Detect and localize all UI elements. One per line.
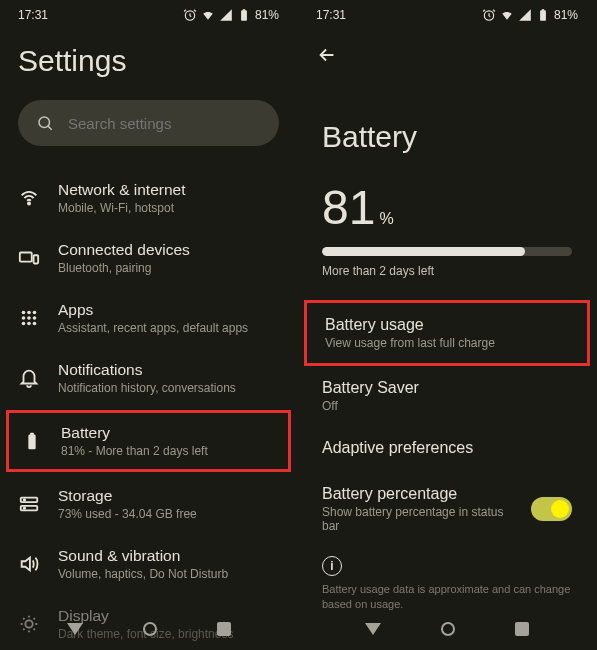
devices-icon [18, 247, 40, 269]
battery-pct-symbol: % [379, 210, 393, 228]
svg-rect-2 [243, 9, 245, 11]
signal-icon [518, 8, 532, 22]
svg-rect-25 [542, 9, 544, 11]
setting-item-notifications[interactable]: NotificationsNotification history, conve… [0, 348, 297, 408]
storage-icon [18, 493, 40, 515]
svg-point-12 [33, 316, 37, 320]
nav-back-icon[interactable] [365, 623, 381, 635]
search-icon [36, 114, 54, 132]
battery-status-icon [536, 8, 550, 22]
toggle-switch[interactable] [531, 497, 572, 521]
setting-subtitle: Volume, haptics, Do Not Disturb [58, 567, 279, 581]
svg-rect-17 [30, 433, 34, 436]
battery-status-icon [237, 8, 251, 22]
battery-screen: 17:31 81% Battery 81 % More than 2 days … [298, 0, 596, 650]
sound-icon [18, 553, 40, 575]
search-input[interactable] [68, 115, 261, 132]
back-arrow-icon[interactable] [316, 44, 338, 66]
nav-back-icon[interactable] [67, 623, 83, 635]
svg-point-13 [22, 322, 26, 326]
apps-icon [18, 307, 40, 329]
battery-options-list: Battery usageView usage from last full c… [298, 300, 596, 546]
nav-home-icon[interactable] [441, 622, 455, 636]
option-title: Battery Saver [322, 379, 419, 397]
search-settings[interactable] [18, 100, 279, 146]
setting-subtitle: Mobile, Wi-Fi, hotspot [58, 201, 279, 215]
setting-subtitle: Notification history, conversations [58, 381, 279, 395]
option-battery-percentage[interactable]: Battery percentageShow battery percentag… [298, 472, 596, 546]
nav-bar [298, 614, 596, 644]
svg-point-15 [33, 322, 37, 326]
option-adaptive-preferences[interactable]: Adaptive preferences [298, 426, 596, 472]
setting-title: Battery [61, 424, 276, 442]
battery-title: Battery [298, 80, 596, 180]
nav-recents-icon[interactable] [217, 622, 231, 636]
setting-subtitle: Assistant, recent apps, default apps [58, 321, 279, 335]
svg-rect-24 [540, 10, 546, 20]
nav-home-icon[interactable] [143, 622, 157, 636]
setting-title: Notifications [58, 361, 279, 379]
alarm-icon [183, 8, 197, 22]
setting-subtitle: 73% used - 34.04 GB free [58, 507, 279, 521]
svg-rect-6 [34, 255, 39, 263]
setting-item-battery[interactable]: Battery81% - More than 2 days left [6, 410, 291, 472]
option-battery-usage[interactable]: Battery usageView usage from last full c… [304, 300, 590, 366]
svg-point-8 [27, 311, 31, 315]
battery-pct-number: 81 [322, 180, 375, 235]
setting-item-apps[interactable]: AppsAssistant, recent apps, default apps [0, 288, 297, 348]
svg-point-9 [33, 311, 37, 315]
status-battery-pct: 81% [255, 8, 279, 22]
battery-icon [21, 430, 43, 452]
svg-point-20 [24, 499, 25, 500]
wifi-icon [201, 8, 215, 22]
setting-title: Network & internet [58, 181, 279, 199]
setting-item-network-internet[interactable]: Network & internetMobile, Wi-Fi, hotspot [0, 168, 297, 228]
status-battery-pct: 81% [554, 8, 578, 22]
battery-bar-label: More than 2 days left [322, 264, 572, 278]
svg-point-10 [22, 316, 26, 320]
nav-recents-icon[interactable] [515, 622, 529, 636]
option-subtitle: Show battery percentage in status bar [322, 505, 517, 533]
status-time: 17:31 [316, 8, 346, 22]
signal-icon [219, 8, 233, 22]
status-time: 17:31 [18, 8, 48, 22]
setting-item-storage[interactable]: Storage73% used - 34.04 GB free [0, 474, 297, 534]
svg-point-21 [24, 507, 25, 508]
status-icons: 81% [482, 8, 578, 22]
setting-item-connected-devices[interactable]: Connected devicesBluetooth, pairing [0, 228, 297, 288]
setting-title: Sound & vibration [58, 547, 279, 565]
settings-list: Network & internetMobile, Wi-Fi, hotspot… [0, 168, 297, 650]
setting-title: Apps [58, 301, 279, 319]
svg-rect-5 [20, 253, 32, 262]
alarm-icon [482, 8, 496, 22]
wifi-icon [500, 8, 514, 22]
svg-point-11 [27, 316, 31, 320]
option-title: Battery usage [325, 316, 495, 334]
svg-point-4 [28, 202, 30, 204]
status-icons: 81% [183, 8, 279, 22]
setting-subtitle: 81% - More than 2 days left [61, 444, 276, 458]
wifi-icon [18, 187, 40, 209]
status-bar: 17:31 81% [298, 0, 596, 26]
svg-point-14 [27, 322, 31, 326]
battery-bar: More than 2 days left [298, 247, 596, 278]
page-title: Settings [0, 26, 297, 100]
setting-item-sound-vibration[interactable]: Sound & vibrationVolume, haptics, Do Not… [0, 534, 297, 594]
option-subtitle: View usage from last full charge [325, 336, 495, 350]
nav-bar [0, 614, 297, 644]
option-subtitle: Off [322, 399, 419, 413]
battery-percent-large: 81 % [298, 180, 596, 247]
option-title: Battery percentage [322, 485, 517, 503]
option-title: Adaptive preferences [322, 439, 473, 457]
status-bar: 17:31 81% [0, 0, 297, 26]
svg-rect-16 [28, 435, 35, 450]
option-battery-saver[interactable]: Battery SaverOff [298, 366, 596, 426]
svg-point-7 [22, 311, 26, 315]
svg-rect-1 [241, 10, 247, 20]
setting-title: Storage [58, 487, 279, 505]
svg-point-3 [39, 117, 50, 128]
settings-screen: 17:31 81% Settings Network & internetMob… [0, 0, 298, 650]
setting-title: Connected devices [58, 241, 279, 259]
setting-subtitle: Bluetooth, pairing [58, 261, 279, 275]
info-icon[interactable]: i [322, 556, 342, 576]
